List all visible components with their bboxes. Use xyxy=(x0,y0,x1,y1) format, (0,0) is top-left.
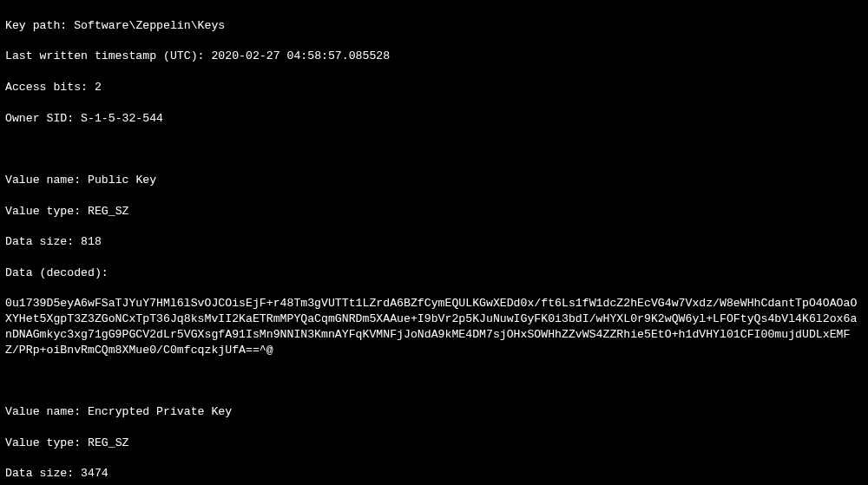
data-size-line: Data size: 818 xyxy=(5,234,863,250)
data-size-value: 818 xyxy=(81,235,102,248)
value-type-label: Value type: xyxy=(5,436,81,449)
value-name-label: Value name: xyxy=(5,405,81,418)
value-type-line: Value type: REG_SZ xyxy=(5,436,863,451)
terminal-output: Key path: Software\Zeppelin\Keys Last wr… xyxy=(0,0,868,485)
value-name-label: Value name: xyxy=(5,174,81,187)
access-bits-value: 2 xyxy=(95,81,102,94)
owner-sid-line: Owner SID: S-1-5-32-544 xyxy=(5,111,863,127)
blank-line xyxy=(5,141,863,157)
data-size-label: Data size: xyxy=(5,467,74,480)
value-name-value: Public Key xyxy=(88,174,156,187)
data-decoded-value: 0u1739D5eyA6wFSaTJYuY7HMl6lSvOJCOisEjF+r… xyxy=(5,296,863,357)
data-size-value: 3474 xyxy=(81,467,108,480)
last-written-label: Last written timestamp (UTC): xyxy=(5,49,205,62)
last-written-value: 2020-02-27 04:58:57.085528 xyxy=(211,49,390,62)
access-bits-line: Access bits: 2 xyxy=(5,80,863,95)
key-path-value: Software\Zeppelin\Keys xyxy=(74,19,225,32)
access-bits-label: Access bits: xyxy=(5,81,88,94)
blank-line xyxy=(5,374,863,390)
value-type-label: Value type: xyxy=(5,205,81,218)
key-path-line: Key path: Software\Zeppelin\Keys xyxy=(5,18,863,34)
data-decoded-label: Data (decoded): xyxy=(5,266,108,279)
data-size-label: Data size: xyxy=(5,235,74,248)
data-size-line: Data size: 3474 xyxy=(5,466,863,482)
value-type-value: REG_SZ xyxy=(88,436,128,449)
value-name-value: Encrypted Private Key xyxy=(88,405,232,418)
owner-sid-label: Owner SID: xyxy=(5,112,74,125)
owner-sid-value: S-1-5-32-544 xyxy=(81,112,163,125)
value-type-line: Value type: REG_SZ xyxy=(5,204,863,220)
key-path-label: Key path: xyxy=(5,19,67,32)
value-name-line: Value name: Encrypted Private Key xyxy=(5,404,863,420)
value-type-value: REG_SZ xyxy=(88,205,128,218)
value-name-line: Value name: Public Key xyxy=(5,173,863,188)
data-decoded-label-line: Data (decoded): xyxy=(5,265,863,281)
last-written-line: Last written timestamp (UTC): 2020-02-27… xyxy=(5,49,863,64)
